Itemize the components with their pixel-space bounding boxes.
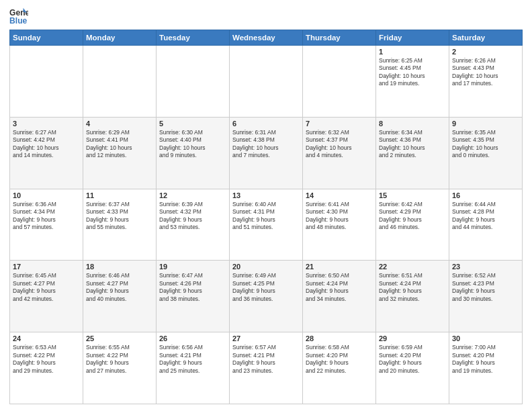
col-tuesday: Tuesday [157, 30, 230, 46]
day-info: Sunrise: 6:50 AM Sunset: 4:24 PM Dayligh… [306, 272, 373, 303]
day-number: 22 [379, 263, 446, 271]
day-number: 21 [306, 263, 373, 271]
week-row-3: 10Sunrise: 6:36 AM Sunset: 4:34 PM Dayli… [10, 189, 523, 261]
day-cell: 27Sunrise: 6:57 AM Sunset: 4:21 PM Dayli… [230, 332, 303, 404]
day-cell: 20Sunrise: 6:49 AM Sunset: 4:25 PM Dayli… [230, 261, 303, 332]
day-cell: 13Sunrise: 6:40 AM Sunset: 4:31 PM Dayli… [230, 189, 303, 261]
day-info: Sunrise: 6:36 AM Sunset: 4:34 PM Dayligh… [13, 201, 80, 232]
day-info: Sunrise: 6:57 AM Sunset: 4:21 PM Dayligh… [232, 344, 300, 375]
calendar: Sunday Monday Tuesday Wednesday Thursday… [9, 30, 523, 404]
col-sunday: Sunday [10, 30, 83, 46]
day-cell: 17Sunrise: 6:45 AM Sunset: 4:27 PM Dayli… [10, 261, 83, 332]
day-number: 17 [13, 263, 80, 271]
day-info: Sunrise: 6:26 AM Sunset: 4:43 PM Dayligh… [452, 57, 519, 88]
day-number: 7 [306, 120, 373, 128]
day-number: 5 [159, 120, 226, 128]
page: General Blue Sunday Monday Tuesday Wedne… [0, 0, 532, 411]
svg-text:Blue: Blue [9, 16, 28, 26]
day-info: Sunrise: 6:35 AM Sunset: 4:35 PM Dayligh… [452, 129, 519, 160]
day-cell [83, 46, 157, 118]
day-cell: 23Sunrise: 6:52 AM Sunset: 4:23 PM Dayli… [449, 261, 523, 332]
day-info: Sunrise: 6:42 AM Sunset: 4:29 PM Dayligh… [379, 201, 446, 232]
day-number: 24 [13, 334, 80, 342]
day-info: Sunrise: 6:37 AM Sunset: 4:33 PM Dayligh… [86, 201, 153, 232]
day-info: Sunrise: 6:34 AM Sunset: 4:36 PM Dayligh… [379, 129, 446, 160]
day-info: Sunrise: 6:47 AM Sunset: 4:26 PM Dayligh… [159, 272, 226, 303]
day-number: 20 [232, 263, 300, 271]
day-number: 9 [452, 120, 519, 128]
day-info: Sunrise: 6:53 AM Sunset: 4:22 PM Dayligh… [13, 344, 80, 375]
day-info: Sunrise: 6:56 AM Sunset: 4:21 PM Dayligh… [159, 344, 226, 375]
week-row-2: 3Sunrise: 6:27 AM Sunset: 4:42 PM Daylig… [10, 117, 523, 189]
day-info: Sunrise: 6:29 AM Sunset: 4:41 PM Dayligh… [86, 129, 153, 160]
day-cell: 8Sunrise: 6:34 AM Sunset: 4:36 PM Daylig… [376, 117, 449, 189]
day-number: 13 [232, 191, 300, 199]
day-cell: 5Sunrise: 6:30 AM Sunset: 4:40 PM Daylig… [157, 117, 230, 189]
day-cell [10, 46, 83, 118]
day-info: Sunrise: 7:00 AM Sunset: 4:20 PM Dayligh… [452, 344, 519, 375]
day-info: Sunrise: 6:25 AM Sunset: 4:45 PM Dayligh… [379, 57, 446, 88]
day-info: Sunrise: 6:45 AM Sunset: 4:27 PM Dayligh… [13, 272, 80, 303]
header: General Blue [9, 7, 523, 26]
day-cell: 6Sunrise: 6:31 AM Sunset: 4:38 PM Daylig… [230, 117, 303, 189]
logo-icon: General Blue [9, 7, 28, 26]
day-info: Sunrise: 6:52 AM Sunset: 4:23 PM Dayligh… [452, 272, 519, 303]
day-number: 2 [452, 48, 519, 56]
day-cell [157, 46, 230, 118]
day-info: Sunrise: 6:55 AM Sunset: 4:22 PM Dayligh… [86, 344, 153, 375]
day-number: 30 [452, 334, 519, 342]
day-cell: 16Sunrise: 6:44 AM Sunset: 4:28 PM Dayli… [449, 189, 523, 261]
day-cell: 26Sunrise: 6:56 AM Sunset: 4:21 PM Dayli… [157, 332, 230, 404]
day-cell: 10Sunrise: 6:36 AM Sunset: 4:34 PM Dayli… [10, 189, 83, 261]
day-number: 12 [159, 191, 226, 199]
day-number: 10 [13, 191, 80, 199]
day-cell: 12Sunrise: 6:39 AM Sunset: 4:32 PM Dayli… [157, 189, 230, 261]
day-cell: 14Sunrise: 6:41 AM Sunset: 4:30 PM Dayli… [303, 189, 376, 261]
day-info: Sunrise: 6:46 AM Sunset: 4:27 PM Dayligh… [86, 272, 153, 303]
day-number: 16 [452, 191, 519, 199]
day-cell: 15Sunrise: 6:42 AM Sunset: 4:29 PM Dayli… [376, 189, 449, 261]
day-number: 29 [379, 334, 446, 342]
day-cell: 24Sunrise: 6:53 AM Sunset: 4:22 PM Dayli… [10, 332, 83, 404]
day-cell: 25Sunrise: 6:55 AM Sunset: 4:22 PM Dayli… [83, 332, 157, 404]
col-wednesday: Wednesday [230, 30, 303, 46]
day-number: 4 [86, 120, 153, 128]
day-info: Sunrise: 6:32 AM Sunset: 4:37 PM Dayligh… [306, 129, 373, 160]
day-number: 18 [86, 263, 153, 271]
day-number: 11 [86, 191, 153, 199]
col-thursday: Thursday [303, 30, 376, 46]
day-cell: 28Sunrise: 6:58 AM Sunset: 4:20 PM Dayli… [303, 332, 376, 404]
day-number: 14 [306, 191, 373, 199]
day-number: 1 [379, 48, 446, 56]
day-info: Sunrise: 6:39 AM Sunset: 4:32 PM Dayligh… [159, 201, 226, 232]
day-cell: 3Sunrise: 6:27 AM Sunset: 4:42 PM Daylig… [10, 117, 83, 189]
day-cell [230, 46, 303, 118]
day-cell: 1Sunrise: 6:25 AM Sunset: 4:45 PM Daylig… [376, 46, 449, 118]
day-cell: 11Sunrise: 6:37 AM Sunset: 4:33 PM Dayli… [83, 189, 157, 261]
day-info: Sunrise: 6:41 AM Sunset: 4:30 PM Dayligh… [306, 201, 373, 232]
header-row: Sunday Monday Tuesday Wednesday Thursday… [10, 30, 523, 46]
logo: General Blue [9, 7, 31, 26]
day-info: Sunrise: 6:58 AM Sunset: 4:20 PM Dayligh… [306, 344, 373, 375]
calendar-table: Sunday Monday Tuesday Wednesday Thursday… [9, 30, 523, 404]
day-info: Sunrise: 6:30 AM Sunset: 4:40 PM Dayligh… [159, 129, 226, 160]
day-info: Sunrise: 6:31 AM Sunset: 4:38 PM Dayligh… [232, 129, 300, 160]
day-cell: 29Sunrise: 6:59 AM Sunset: 4:20 PM Dayli… [376, 332, 449, 404]
day-number: 26 [159, 334, 226, 342]
day-cell: 22Sunrise: 6:51 AM Sunset: 4:24 PM Dayli… [376, 261, 449, 332]
day-info: Sunrise: 6:44 AM Sunset: 4:28 PM Dayligh… [452, 201, 519, 232]
day-cell: 21Sunrise: 6:50 AM Sunset: 4:24 PM Dayli… [303, 261, 376, 332]
day-cell [303, 46, 376, 118]
day-number: 23 [452, 263, 519, 271]
day-cell: 19Sunrise: 6:47 AM Sunset: 4:26 PM Dayli… [157, 261, 230, 332]
week-row-5: 24Sunrise: 6:53 AM Sunset: 4:22 PM Dayli… [10, 332, 523, 404]
day-number: 28 [306, 334, 373, 342]
col-friday: Friday [376, 30, 449, 46]
col-saturday: Saturday [449, 30, 523, 46]
day-number: 8 [379, 120, 446, 128]
day-info: Sunrise: 6:40 AM Sunset: 4:31 PM Dayligh… [232, 201, 300, 232]
day-info: Sunrise: 6:51 AM Sunset: 4:24 PM Dayligh… [379, 272, 446, 303]
col-monday: Monday [83, 30, 157, 46]
day-info: Sunrise: 6:49 AM Sunset: 4:25 PM Dayligh… [232, 272, 300, 303]
day-info: Sunrise: 6:27 AM Sunset: 4:42 PM Dayligh… [13, 129, 80, 160]
